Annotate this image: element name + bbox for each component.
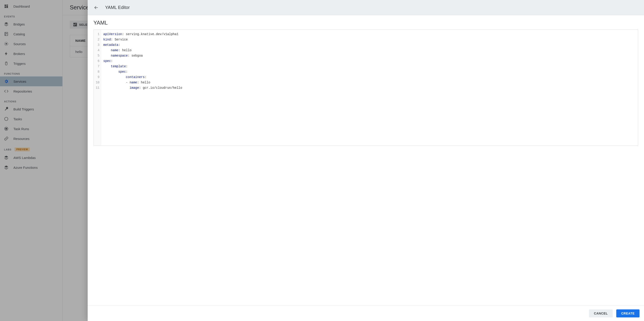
arrow-left-icon xyxy=(94,5,98,10)
code-line: namespace: sebgoa xyxy=(103,53,182,58)
line-number: 7 xyxy=(95,64,100,69)
code-line: spec: xyxy=(103,69,182,74)
line-number: 1 xyxy=(95,32,100,37)
yaml-heading: YAML xyxy=(94,20,638,26)
code-line: image: gcr.io/cloudrun/hello xyxy=(103,85,182,90)
code-line: template: xyxy=(103,64,182,69)
line-number: 4 xyxy=(95,48,100,53)
line-number: 6 xyxy=(95,58,100,64)
line-number: 2 xyxy=(95,37,100,42)
yaml-code-editor[interactable]: 1234567891011 apiVersion: serving.knativ… xyxy=(94,30,638,146)
code-line: apiVersion: serving.knative.dev/v1alpha1 xyxy=(103,32,182,37)
line-number: 9 xyxy=(95,74,100,80)
yaml-editor-drawer: YAML Editor YAML 1234567891011 apiVersio… xyxy=(88,0,644,321)
drawer-title: YAML Editor xyxy=(105,5,130,10)
code-line: name: hello xyxy=(103,48,182,53)
cancel-button[interactable]: CANCEL xyxy=(589,310,613,318)
code-line: containers: xyxy=(103,74,182,80)
drawer-header: YAML Editor xyxy=(88,0,644,15)
code-line: - name: hello xyxy=(103,80,182,85)
line-number: 10 xyxy=(95,80,100,85)
drawer-body: YAML 1234567891011 apiVersion: serving.k… xyxy=(88,15,644,306)
code-content[interactable]: apiVersion: serving.knative.dev/v1alpha1… xyxy=(101,30,184,146)
line-number: 11 xyxy=(95,85,100,90)
code-line: metadata: xyxy=(103,42,182,48)
line-number-gutter: 1234567891011 xyxy=(94,30,101,146)
code-line: spec: xyxy=(103,58,182,64)
create-button[interactable]: CREATE xyxy=(616,310,640,318)
line-number: 5 xyxy=(95,53,100,58)
back-button[interactable] xyxy=(93,4,99,11)
line-number: 8 xyxy=(95,69,100,74)
line-number: 3 xyxy=(95,42,100,48)
code-line: kind: Service xyxy=(103,37,182,42)
drawer-footer: CANCEL CREATE xyxy=(88,306,644,321)
